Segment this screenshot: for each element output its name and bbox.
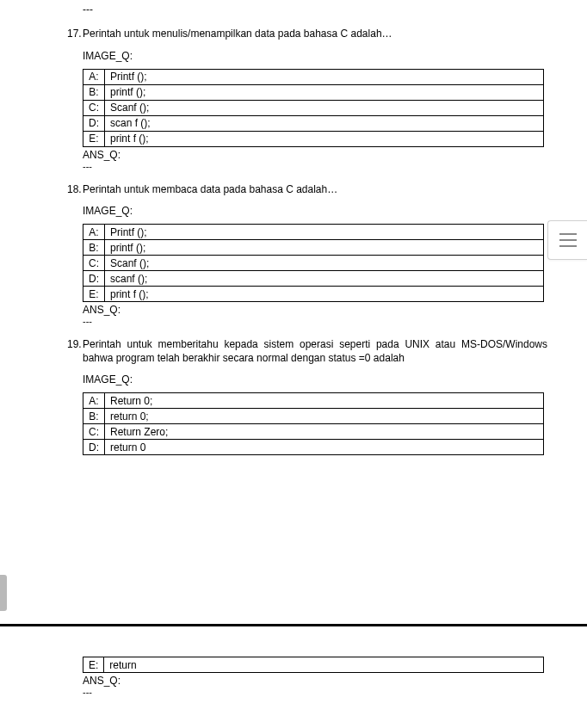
option-value: scanf (); [105,271,544,287]
table-row: E:return [83,657,544,673]
option-letter: C: [83,256,105,271]
hamburger-line-icon [559,245,577,247]
ans-dashes: --- [83,316,587,326]
options-table: A:Return 0; B:return 0; C:Return Zero; D… [83,392,544,455]
option-letter: D: [83,440,105,455]
option-letter: B: [83,409,105,424]
image-q-label: IMAGE_Q: [83,373,587,386]
question-text: 18.Perintah untuk membaca data pada baha… [53,183,587,197]
option-letter: B: [83,84,105,100]
hamburger-line-icon [559,239,577,241]
ans-dashes: --- [83,161,587,171]
question-text: 17.Perintah untuk menulis/menampilkan da… [53,28,587,41]
option-value: Printf (); [105,69,544,84]
table-row: C:Return Zero; [83,424,544,440]
question-text: 19.Perintah untuk memberitahu kepada sis… [53,338,587,365]
top-dashes: --- [83,0,587,15]
options-table: E:return [83,657,544,673]
ans-q-label: ANS_Q: [83,675,587,687]
image-q-label: IMAGE_Q: [83,205,587,217]
left-edge-tab[interactable] [0,575,7,611]
hamburger-line-icon [559,233,577,235]
options-table: A:Printf (); B:printf (); C:Scanf (); D:… [83,69,544,147]
question-18: 18.Perintah untuk membaca data pada baha… [0,183,587,327]
table-row: D:scan f (); [83,115,544,131]
ans-q-label: ANS_Q: [83,149,587,161]
table-row: D:scanf (); [83,271,544,287]
question-number: 18. [67,183,83,197]
option-letter: E: [83,287,105,302]
option-letter: C: [83,100,105,115]
table-row: A:Printf (); [83,225,544,240]
option-letter: A: [83,393,105,409]
option-value: Scanf (); [105,256,544,271]
option-letter: E: [83,131,105,146]
ans-dashes: --- [83,687,587,697]
option-letter: D: [83,271,105,287]
table-row: B:return 0; [83,409,544,424]
table-row: A:Printf (); [83,69,544,84]
table-row: E:print f (); [83,287,544,302]
option-value: Return Zero; [105,424,544,440]
table-row: C:Scanf (); [83,100,544,115]
table-row: E:print f (); [83,131,544,146]
option-value: scan f (); [105,115,544,131]
table-row: B:printf (); [83,84,544,100]
option-value: Printf (); [105,225,544,240]
option-letter: C: [83,424,105,440]
question-body: Perintah untuk membaca data pada bahasa … [83,183,337,195]
option-value: return 0; [105,409,544,424]
option-value: Scanf (); [105,100,544,115]
options-table: A:Printf (); B:printf (); C:Scanf (); D:… [83,224,544,302]
table-row: B:printf (); [83,240,544,256]
option-letter: B: [83,240,105,256]
option-letter: A: [83,69,105,84]
hamburger-menu-button[interactable] [547,220,587,260]
image-q-label: IMAGE_Q: [83,50,587,62]
question-number: 17. [67,28,83,41]
question-19: 19.Perintah untuk memberitahu kepada sis… [0,338,587,455]
table-row: D:return 0 [83,440,544,455]
table-row: C:Scanf (); [83,256,544,271]
option-value: Return 0; [105,393,544,409]
question-body: Perintah untuk menulis/menampilkan data … [83,28,392,40]
option-value: return 0 [105,440,544,455]
option-value: return [104,657,544,673]
option-value: printf (); [105,240,544,256]
document-page-2: E:return ANS_Q: --- [0,626,587,728]
question-17: 17.Perintah untuk menulis/menampilkan da… [0,28,587,171]
document-page-1: --- 17.Perintah untuk menulis/menampilka… [0,0,587,624]
table-row: A:Return 0; [83,393,544,409]
option-letter: D: [83,115,105,131]
option-value: print f (); [105,131,544,146]
option-letter: A: [83,225,105,240]
question-number: 19. [67,338,83,352]
option-value: print f (); [105,287,544,302]
question-body: Perintah untuk memberitahu kepada sistem… [83,338,547,364]
option-value: printf (); [105,84,544,100]
option-letter: E: [83,657,104,673]
ans-q-label: ANS_Q: [83,304,587,316]
